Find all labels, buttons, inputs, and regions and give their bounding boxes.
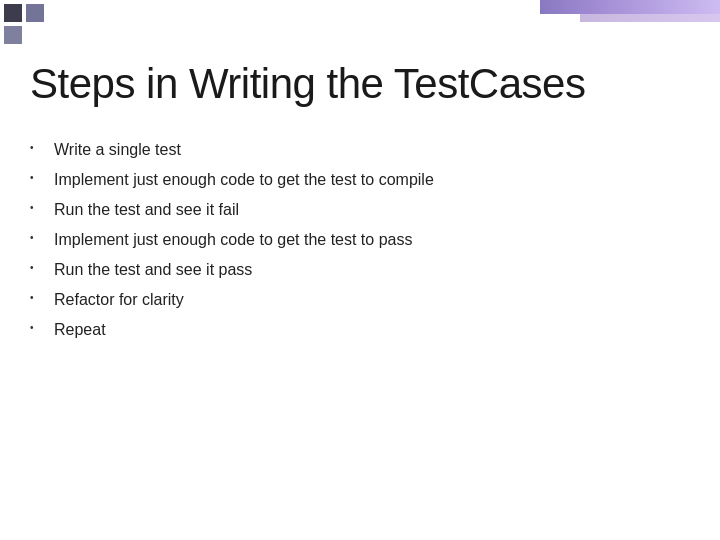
list-item: •Refactor for clarity	[30, 288, 690, 312]
stripe-decoration-secondary	[580, 14, 720, 22]
bullet-dot: •	[30, 170, 46, 185]
bullet-dot: •	[30, 140, 46, 155]
list-item-text: Run the test and see it fail	[54, 198, 239, 222]
list-item-text: Write a single test	[54, 138, 181, 162]
bullet-dot: •	[30, 200, 46, 215]
page-title: Steps in Writing the TestCases	[30, 60, 690, 108]
bullet-dot: •	[30, 230, 46, 245]
list-item-text: Refactor for clarity	[54, 288, 184, 312]
bullet-dot: •	[30, 260, 46, 275]
list-item: •Repeat	[30, 318, 690, 342]
list-item-text: Implement just enough code to get the te…	[54, 228, 412, 252]
stripe-decoration	[540, 0, 720, 14]
list-item: •Run the test and see it fail	[30, 198, 690, 222]
bullet-dot: •	[30, 320, 46, 335]
list-item: •Run the test and see it pass	[30, 258, 690, 282]
corner-decoration	[0, 0, 80, 50]
main-content: Steps in Writing the TestCases •Write a …	[30, 60, 690, 348]
list-item-text: Repeat	[54, 318, 106, 342]
list-item-text: Run the test and see it pass	[54, 258, 252, 282]
list-item-text: Implement just enough code to get the te…	[54, 168, 434, 192]
bullet-list: •Write a single test•Implement just enou…	[30, 138, 690, 342]
list-item: •Write a single test	[30, 138, 690, 162]
bullet-dot: •	[30, 290, 46, 305]
list-item: •Implement just enough code to get the t…	[30, 228, 690, 252]
list-item: •Implement just enough code to get the t…	[30, 168, 690, 192]
